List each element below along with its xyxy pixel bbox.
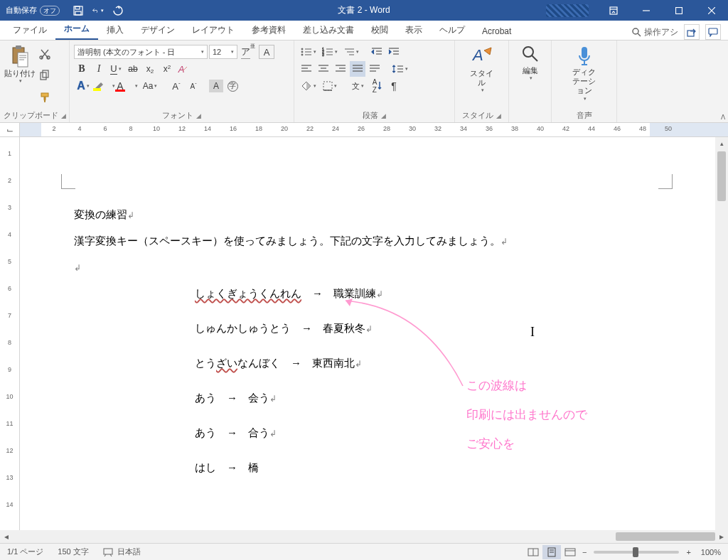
- phonetic-guide-icon[interactable]: ア亜: [239, 44, 257, 60]
- scroll-thumb-v[interactable]: [717, 151, 726, 201]
- styles-button[interactable]: A スタイル▾: [469, 42, 496, 108]
- save-icon[interactable]: [73, 5, 84, 16]
- collapse-ribbon-icon[interactable]: ᐱ: [721, 114, 725, 121]
- ruler-corner: ⌙: [0, 123, 20, 137]
- zoom-slider[interactable]: [594, 551, 679, 554]
- close-icon[interactable]: [695, 0, 728, 21]
- clear-format-icon[interactable]: A: [176, 61, 192, 77]
- multilevel-icon[interactable]: ▾: [341, 44, 361, 60]
- text-cursor-icon: I: [530, 325, 535, 340]
- tab-design[interactable]: デザイン: [132, 21, 183, 40]
- tab-acrobat[interactable]: Acrobat: [473, 23, 520, 40]
- shrink-font-icon[interactable]: Aˇ: [186, 78, 201, 94]
- font-name-value: 游明朝 (本文のフォント - 日: [77, 47, 176, 58]
- user-badge[interactable]: [546, 4, 589, 17]
- status-word-count[interactable]: 150 文字: [50, 546, 95, 557]
- print-layout-icon[interactable]: [542, 545, 561, 559]
- share-icon[interactable]: [684, 24, 700, 40]
- italic-icon[interactable]: I: [91, 61, 107, 77]
- arrow: →: [227, 392, 237, 404]
- shading-icon[interactable]: ▾: [299, 78, 318, 94]
- strike-icon[interactable]: ab: [125, 61, 141, 77]
- zoom-in-icon[interactable]: +: [683, 548, 693, 556]
- align-right-icon[interactable]: [333, 61, 348, 77]
- dictate-button[interactable]: ディクテーション▾: [571, 42, 598, 108]
- subscript-icon[interactable]: x2: [142, 61, 158, 77]
- grow-font-icon[interactable]: Aˆ: [168, 78, 184, 94]
- justify-icon[interactable]: [350, 61, 365, 77]
- char-shading-icon[interactable]: A: [209, 80, 223, 92]
- status-page[interactable]: 1/1 ページ: [0, 546, 50, 557]
- change-case-icon[interactable]: Aa▾: [139, 78, 161, 94]
- paste-button[interactable]: 貼り付け ▾: [3, 42, 37, 108]
- ruler-horizontal[interactable]: ⌙ /*ticks rendered via template below no…: [0, 123, 728, 137]
- font-size-selector[interactable]: 12▾: [209, 45, 237, 59]
- show-hide-icon[interactable]: ¶: [386, 78, 402, 94]
- zoom-value[interactable]: 100%: [694, 548, 728, 556]
- scrollbar-vertical[interactable]: ▴ ▾: [715, 137, 728, 543]
- ruler-vertical[interactable]: 1234567891011121314: [0, 137, 20, 543]
- enclose-char-icon[interactable]: 字: [225, 78, 240, 94]
- align-center-icon[interactable]: [316, 61, 331, 77]
- borders-icon[interactable]: ▾: [320, 78, 340, 94]
- svg-rect-73: [565, 549, 575, 556]
- document-surface[interactable]: 変換の練習↲ 漢字変換キー（スペースキー）を使ってみましょう。下記の文字を入力し…: [20, 137, 715, 543]
- quick-access-toolbar: ▾: [65, 5, 131, 16]
- copy-icon[interactable]: [37, 68, 53, 83]
- align-left-icon[interactable]: [299, 61, 314, 77]
- ribbon-options-icon[interactable]: [597, 0, 630, 21]
- char-border-icon[interactable]: A: [259, 45, 274, 59]
- font-name-selector[interactable]: 游明朝 (本文のフォント - 日▾: [74, 45, 208, 59]
- read-mode-icon[interactable]: [524, 545, 542, 559]
- autosave-toggle[interactable]: 自動保存 オフ: [0, 5, 65, 16]
- styles-label: スタイル: [469, 69, 496, 87]
- tab-review[interactable]: 校閲: [363, 21, 397, 40]
- numbering-icon[interactable]: 123▾: [320, 44, 340, 60]
- zoom-out-icon[interactable]: −: [579, 548, 589, 556]
- paragraph-launcher-icon[interactable]: ◢: [381, 112, 386, 119]
- comments-icon[interactable]: [705, 24, 721, 40]
- maximize-icon[interactable]: [663, 0, 695, 21]
- scrollbar-horizontal[interactable]: ◂ ▸: [0, 530, 728, 543]
- undo-icon[interactable]: ▾: [92, 5, 104, 16]
- tab-home[interactable]: ホーム: [55, 19, 98, 40]
- tell-me-search[interactable]: 操作アシ: [632, 26, 678, 38]
- highlight-icon[interactable]: ▾: [94, 78, 115, 94]
- text-effects-icon[interactable]: A▾: [74, 78, 92, 94]
- font-color-icon[interactable]: A▾: [117, 78, 138, 94]
- scroll-thumb-h[interactable]: [616, 532, 715, 541]
- tab-mailings[interactable]: 差し込み文書: [294, 21, 363, 40]
- tab-layout[interactable]: レイアウト: [183, 21, 243, 40]
- minimize-icon[interactable]: [630, 0, 663, 21]
- dec-indent-icon[interactable]: [369, 44, 385, 60]
- tab-references[interactable]: 参考資料: [243, 21, 294, 40]
- doc-kana-3: あう: [195, 392, 216, 404]
- anno-line-2: 印刷には出ませんので: [466, 401, 587, 430]
- annotation-text: この波線は 印刷には出ませんので ご安心を: [466, 372, 587, 458]
- web-layout-icon[interactable]: [561, 545, 579, 559]
- inc-indent-icon[interactable]: [386, 44, 402, 60]
- cut-icon[interactable]: [37, 46, 53, 62]
- tab-view[interactable]: 表示: [397, 21, 431, 40]
- underline-icon[interactable]: U▾: [108, 61, 124, 77]
- bullets-icon[interactable]: ▾: [299, 44, 318, 60]
- line-spacing-icon[interactable]: ▾: [390, 61, 410, 77]
- svg-rect-2: [75, 11, 81, 15]
- format-painter-icon[interactable]: [37, 90, 53, 105]
- status-lang[interactable]: 日本語: [96, 546, 148, 557]
- superscript-icon[interactable]: x2: [159, 61, 175, 77]
- redo-icon[interactable]: [112, 5, 124, 16]
- styles-launcher-icon[interactable]: ◢: [496, 112, 501, 119]
- tab-help[interactable]: ヘルプ: [431, 21, 473, 40]
- svg-point-8: [633, 28, 638, 34]
- sort-icon[interactable]: AZ: [369, 78, 385, 94]
- distribute-icon[interactable]: [367, 61, 382, 77]
- tab-insert[interactable]: 挿入: [98, 21, 132, 40]
- bold-icon[interactable]: B: [74, 61, 90, 77]
- text-direction-icon[interactable]: 文▾: [348, 78, 368, 94]
- clipboard-launcher-icon[interactable]: ◢: [61, 112, 66, 119]
- clipboard-group-label: クリップボード: [4, 110, 58, 121]
- tab-file[interactable]: ファイル: [4, 21, 55, 40]
- editing-button[interactable]: 編集▾: [517, 42, 544, 119]
- font-launcher-icon[interactable]: ◢: [196, 112, 201, 119]
